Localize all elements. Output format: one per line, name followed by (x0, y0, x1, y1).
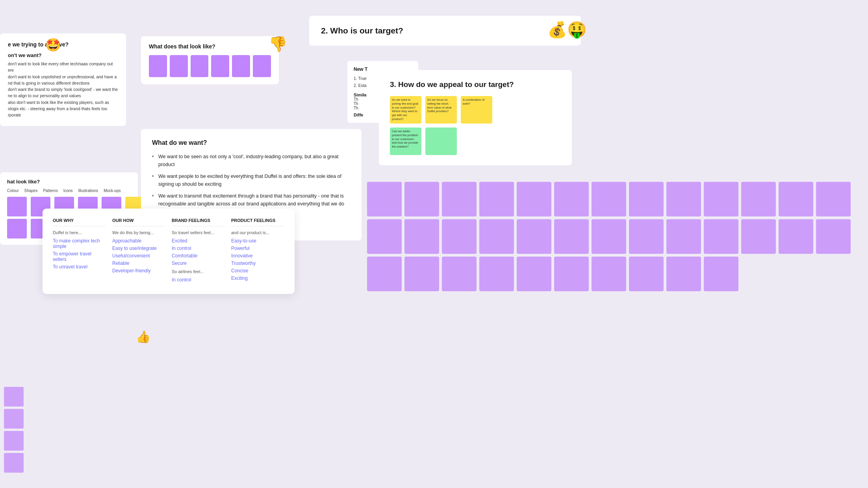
category-bar: Colour Shapes Patterns Icons Illustratio… (7, 189, 131, 193)
sticky-4 (211, 55, 229, 77)
product-feelings-subtext: and our product is... (231, 230, 284, 235)
left-panel-top: e we trying to achieve? on't we want? do… (0, 33, 126, 126)
our-how-header: OUR HOW (112, 218, 165, 226)
our-how-item-2[interactable]: Easy to use/integrate (112, 246, 165, 251)
yellow-thumbs-icon: 👍 (136, 330, 150, 344)
brand-feelings-item-4[interactable]: Secure (172, 261, 225, 266)
bottom-stickies-background (367, 182, 867, 291)
our-how-item-4[interactable]: Reliable (112, 261, 165, 266)
what-do-we-want-title: What do we want? (152, 139, 351, 146)
cat-illustrations: Illustrations (78, 189, 98, 193)
our-why-item-3[interactable]: To unravel travel (53, 264, 106, 270)
purple-stickies-col (0, 387, 28, 473)
our-why-header: OUR WHY (53, 218, 106, 226)
product-feelings-header: PRODUCT FEELINGS (231, 218, 284, 226)
col-product-feelings: PRODUCT FEELINGS and our product is... E… (231, 218, 284, 285)
sticky-5 (232, 55, 250, 77)
product-feelings-item-1[interactable]: Easy-to-use (231, 238, 284, 244)
our-how-item-5[interactable]: Developer-friendly (112, 268, 165, 274)
appeal-sticky-2: Do we focus on selling the short-term va… (425, 96, 457, 124)
brand-feelings-item-3[interactable]: Comfortable (172, 253, 225, 259)
brand-feelings-item-5[interactable]: In control (172, 277, 225, 283)
brand-feelings-subtext1: So travel sellers feel... (172, 230, 225, 235)
money-emoji: 💰🤑 (547, 20, 587, 39)
cat-shapes: Shapes (24, 189, 37, 193)
small-col-1 (7, 197, 27, 238)
trying-to-achieve-title: e we trying to achieve? (8, 41, 118, 48)
brand-feelings-item-1[interactable]: Excited (172, 238, 225, 244)
dont-want-title: on't we want? (8, 52, 118, 58)
our-why-subtext: Duffel is here... (53, 230, 106, 235)
product-feelings-item-4[interactable]: Trustworthy (231, 261, 284, 266)
thumbs-down-icon: 👎 (269, 35, 287, 53)
what-look-title: hat look like? (7, 179, 131, 185)
canvas: e we trying to achieve? on't we want? do… (0, 0, 868, 488)
product-feelings-item-2[interactable]: Powerful (231, 246, 284, 251)
sticky-1 (149, 55, 167, 77)
cat-icons: Icons (63, 189, 73, 193)
brand-table: OUR WHY Duffel is here... To make comple… (43, 209, 295, 294)
col-brand-feelings: BRAND FEELINGS So travel sellers feel...… (172, 218, 225, 285)
bullet-2: We want people to be excited by everythi… (152, 172, 351, 188)
appeal-sticky-1: Do we want to portray the end goal to ou… (390, 96, 421, 124)
brand-table-grid: OUR WHY Duffel is here... To make comple… (53, 218, 284, 285)
appeal-panel: 3. How do we appeal to our target? Do we… (379, 70, 572, 165)
our-how-subtext: We do this by being... (112, 230, 165, 235)
sticky-notes-row (149, 55, 271, 77)
sticky-3 (191, 55, 209, 77)
brand-feelings-item-2[interactable]: In control (172, 246, 225, 251)
appeal-sticky-4: Can we better present the problem to our… (390, 128, 421, 155)
cat-patterns: Patterns (43, 189, 57, 193)
product-feelings-item-3[interactable]: Innovative (231, 253, 284, 259)
sticky-2 (170, 55, 188, 77)
appeal-sticky-5 (425, 128, 457, 155)
col-our-why: OUR WHY Duffel is here... To make comple… (53, 218, 106, 285)
sticky-6 (253, 55, 271, 77)
cat-colour: Colour (7, 189, 19, 193)
our-how-item-3[interactable]: Useful/convenient (112, 253, 165, 259)
who-is-target-title: 2. Who is our target? (321, 26, 569, 35)
our-how-item-1[interactable]: Approachable (112, 238, 165, 244)
our-why-item-2[interactable]: To empower travel sellers (53, 251, 106, 262)
brand-feelings-header: BRAND FEELINGS (172, 218, 225, 226)
bullet-list: We want to be seen as not only a 'cool',… (152, 153, 351, 208)
bullet-1: We want to be seen as not only a 'cool',… (152, 153, 351, 168)
product-feelings-item-5[interactable]: Concise (231, 268, 284, 274)
cat-mockups: Mock-ups (104, 189, 121, 193)
what-does-panel: What does that look like? (141, 36, 279, 84)
bullet-3: We want to transmit that excitement thro… (152, 192, 351, 208)
dont-want-content: don't want to look like every other tech… (8, 61, 118, 118)
appeal-title: 3. How do we appeal to our target? (390, 80, 561, 89)
our-why-item-1[interactable]: To make complex tech simple (53, 238, 106, 249)
brand-feelings-subtext2: So airlines feel... (172, 269, 225, 274)
what-does-title: What does that look like? (149, 43, 271, 50)
appeal-stickies-row2: Can we better present the problem to our… (390, 128, 561, 155)
wow-badge: 🤩 (45, 37, 61, 52)
product-feelings-item-6[interactable]: Exciting (231, 275, 284, 281)
who-is-target-panel: 2. Who is our target? (309, 16, 581, 46)
col-our-how: OUR HOW We do this by being... Approacha… (112, 218, 165, 285)
appeal-sticky-3: A combination of both? (461, 96, 492, 124)
appeal-stickies-row1: Do we want to portray the end goal to ou… (390, 96, 561, 124)
